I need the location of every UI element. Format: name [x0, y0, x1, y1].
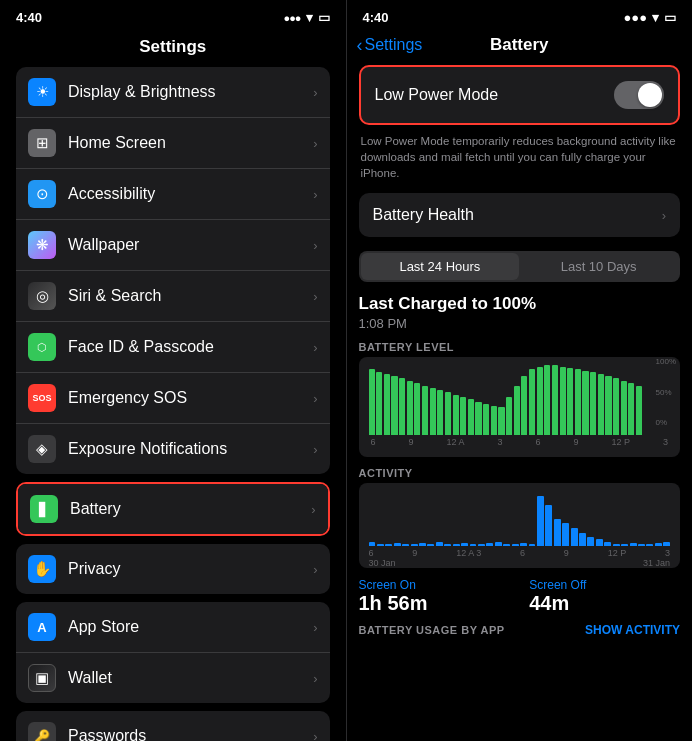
- left-battery-icon: ▭: [318, 10, 330, 25]
- battery-bar: [613, 378, 619, 435]
- wallpaper-label: Wallpaper: [68, 236, 313, 254]
- low-power-toggle[interactable]: [614, 81, 664, 109]
- battery-bar: [422, 386, 428, 435]
- siri-label: Siri & Search: [68, 287, 313, 305]
- exposure-icon: ◈: [28, 435, 56, 463]
- accessibility-chevron: ›: [313, 187, 317, 202]
- settings-item-wallpaper[interactable]: ❋ Wallpaper ›: [16, 220, 330, 271]
- settings-list: ☀ Display & Brightness › ⊞ Home Screen ›…: [0, 67, 346, 741]
- settings-item-exposure[interactable]: ◈ Exposure Notifications ›: [16, 424, 330, 474]
- right-signal-icon: ●●●: [623, 10, 647, 25]
- show-activity-button[interactable]: SHOW ACTIVITY: [585, 623, 680, 637]
- battery-bar: [514, 386, 520, 435]
- wallet-icon: ▣: [28, 664, 56, 692]
- display-label: Display & Brightness: [68, 83, 313, 101]
- left-status-bar: 4:40 ●●● ▾ ▭: [0, 0, 346, 29]
- tab-24h[interactable]: Last 24 Hours: [361, 253, 520, 280]
- settings-item-display[interactable]: ☀ Display & Brightness ›: [16, 67, 330, 118]
- battery-bar: [544, 365, 550, 435]
- battery-bar: [399, 378, 405, 435]
- exposure-label: Exposure Notifications: [68, 440, 313, 458]
- activity-bar: [604, 542, 611, 547]
- last-charged-time: 1:08 PM: [359, 316, 681, 331]
- activity-date-labels: 30 Jan 31 Jan: [369, 558, 671, 568]
- settings-item-battery[interactable]: ▋ Battery ›: [18, 484, 328, 534]
- battery-bar: [445, 392, 451, 435]
- activity-bar: [512, 544, 519, 546]
- activity-bar: [495, 542, 502, 547]
- settings-item-siri[interactable]: ◎ Siri & Search ›: [16, 271, 330, 322]
- battery-health-label: Battery Health: [373, 206, 662, 224]
- screen-on-value: 1h 56m: [359, 592, 510, 615]
- low-power-mode-row: Low Power Mode: [359, 65, 681, 125]
- settings-item-wallet[interactable]: ▣ Wallet ›: [16, 653, 330, 703]
- battery-chevron: ›: [311, 502, 315, 517]
- homescreen-chevron: ›: [313, 136, 317, 151]
- activity-bar: [503, 544, 510, 547]
- settings-group-apps: 🔑 Passwords › ✉ Mail › 👤 Contacts › 📅 Ca…: [16, 711, 330, 741]
- settings-item-emergencysos[interactable]: SOS Emergency SOS ›: [16, 373, 330, 424]
- privacy-icon: ✋: [28, 555, 56, 583]
- activity-section-label: ACTIVITY: [359, 467, 681, 479]
- battery-bar: [598, 374, 604, 436]
- settings-group-store: A App Store › ▣ Wallet ›: [16, 602, 330, 703]
- battery-health-chevron: ›: [662, 208, 666, 223]
- activity-bar: [486, 543, 493, 547]
- accessibility-icon: ⊙: [28, 180, 56, 208]
- battery-bar: [537, 367, 543, 436]
- activity-bar: [663, 542, 670, 547]
- activity-bar: [529, 544, 536, 547]
- activity-bars: [369, 491, 671, 546]
- battery-health-row[interactable]: Battery Health ›: [359, 193, 681, 237]
- battery-bar: [575, 369, 581, 435]
- emergencysos-label: Emergency SOS: [68, 389, 313, 407]
- activity-bar: [596, 539, 603, 546]
- tab-10d[interactable]: Last 10 Days: [519, 253, 678, 280]
- appstore-icon: A: [28, 613, 56, 641]
- display-icon: ☀: [28, 78, 56, 106]
- left-panel: 4:40 ●●● ▾ ▭ Settings ☀ Display & Bright…: [0, 0, 346, 741]
- battery-bar: [468, 399, 474, 435]
- settings-item-passwords[interactable]: 🔑 Passwords ›: [16, 711, 330, 741]
- activity-bar: [453, 544, 460, 547]
- battery-bar: [590, 372, 596, 435]
- activity-bar: [427, 544, 434, 547]
- battery-usage-label: BATTERY USAGE BY APP: [359, 624, 505, 636]
- y-label-100: 100%: [656, 357, 676, 366]
- screen-off-label: Screen Off: [529, 578, 680, 592]
- battery-usage-row: BATTERY USAGE BY APP SHOW ACTIVITY: [359, 623, 681, 637]
- battery-bar: [582, 371, 588, 435]
- activity-chart: 6 9 12 A 3 6 9 12 P 3 30 Jan 31 Jan: [359, 483, 681, 568]
- activity-bar: [579, 533, 586, 547]
- settings-item-appstore[interactable]: A App Store ›: [16, 602, 330, 653]
- activity-bar: [520, 543, 527, 547]
- passwords-label: Passwords: [68, 727, 313, 741]
- activity-bar: [613, 544, 620, 547]
- battery-level-chart: 100% 50% 0% 6 9 12 A 3 6 9 12 P 3: [359, 357, 681, 457]
- settings-item-accessibility[interactable]: ⊙ Accessibility ›: [16, 169, 330, 220]
- battery-bar: [407, 381, 413, 436]
- left-wifi-icon: ▾: [306, 10, 313, 25]
- battery-bar: [491, 406, 497, 435]
- settings-item-privacy[interactable]: ✋ Privacy ›: [16, 544, 330, 594]
- battery-bar: [391, 376, 397, 436]
- siri-icon: ◎: [28, 282, 56, 310]
- battery-icon: ▋: [30, 495, 58, 523]
- activity-bar: [537, 496, 544, 546]
- battery-bar: [506, 397, 512, 436]
- battery-x-labels: 6 9 12 A 3 6 9 12 P 3: [369, 437, 671, 447]
- accessibility-label: Accessibility: [68, 185, 313, 203]
- settings-item-homescreen[interactable]: ⊞ Home Screen ›: [16, 118, 330, 169]
- battery-bar: [621, 381, 627, 436]
- battery-bar: [628, 383, 634, 436]
- settings-item-faceid[interactable]: ⬡ Face ID & Passcode ›: [16, 322, 330, 373]
- back-label: Settings: [365, 36, 423, 54]
- emergencysos-icon: SOS: [28, 384, 56, 412]
- activity-bar: [655, 543, 662, 547]
- right-header: ‹ Settings Battery: [347, 29, 693, 65]
- back-button[interactable]: ‹ Settings: [357, 35, 423, 56]
- battery-bar: [521, 376, 527, 436]
- battery-bar: [453, 395, 459, 436]
- wallet-label: Wallet: [68, 669, 313, 687]
- appstore-label: App Store: [68, 618, 313, 636]
